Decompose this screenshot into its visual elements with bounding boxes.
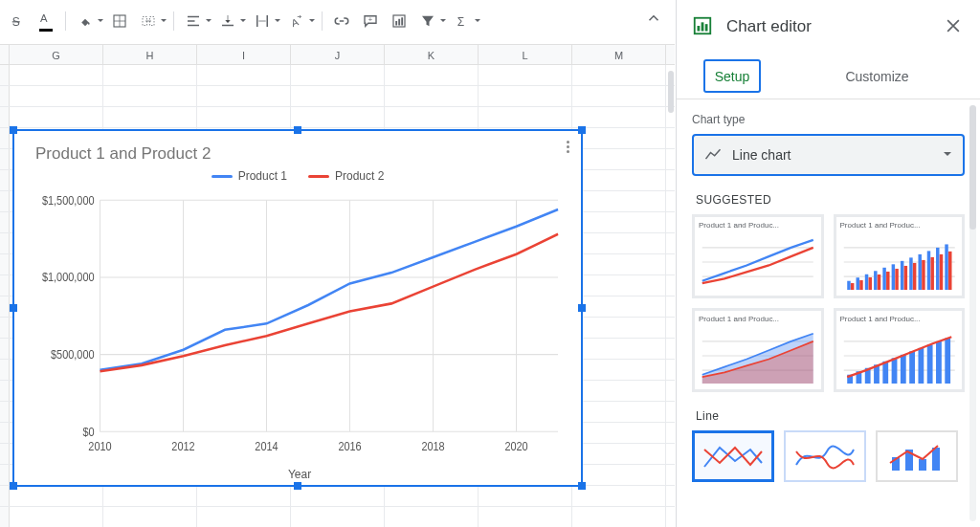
chart-title: Product 1 and Product 2 [14, 131, 581, 169]
combo-chart-option[interactable] [876, 430, 958, 482]
svg-rect-45 [850, 283, 853, 290]
resize-handle[interactable] [10, 126, 17, 134]
tab-setup[interactable]: Setup [703, 59, 761, 93]
col-header[interactable]: J [291, 45, 385, 64]
svg-text:2014: 2014 [255, 440, 278, 451]
svg-text:$500,000: $500,000 [51, 349, 95, 361]
chart-type-value: Line chart [732, 147, 932, 163]
wrap-button[interactable] [249, 9, 281, 33]
close-icon[interactable] [944, 16, 965, 37]
svg-rect-65 [939, 254, 942, 290]
svg-rect-81 [891, 358, 897, 384]
suggested-combo-chart[interactable]: Product 1 and Produc... [834, 308, 966, 392]
svg-rect-12 [401, 17, 403, 25]
legend-label: Product 1 [238, 169, 287, 183]
col-header[interactable]: M [572, 45, 666, 64]
svg-rect-67 [948, 252, 951, 290]
svg-rect-36 [702, 22, 704, 31]
strikethrough-button[interactable]: S [4, 9, 31, 33]
insert-comment-button[interactable]: + [357, 9, 384, 33]
sidebar-header: Chart editor [677, 0, 980, 54]
borders-button[interactable] [106, 9, 133, 33]
panel-scrollbar[interactable] [969, 105, 976, 521]
line-heading: Line [696, 409, 965, 423]
chart-type-label: Chart type [692, 113, 965, 126]
svg-rect-64 [936, 248, 939, 290]
svg-rect-61 [922, 260, 924, 290]
svg-text:A: A [40, 12, 48, 24]
insert-link-button[interactable] [328, 9, 355, 33]
chart-plot: $0$500,000$1,000,000$1,500,0002010201220… [33, 196, 566, 454]
chevron-down-icon [942, 148, 953, 163]
separator [173, 11, 174, 31]
svg-text:$0: $0 [82, 426, 94, 437]
svg-rect-48 [864, 274, 867, 290]
svg-text:2020: 2020 [504, 440, 527, 451]
filter-button[interactable] [414, 9, 447, 33]
svg-rect-86 [936, 341, 942, 384]
column-headers: G H I J K L M [0, 44, 675, 65]
resize-handle[interactable] [294, 482, 301, 490]
line-chart-option[interactable] [692, 430, 774, 482]
vertical-scrollbar[interactable] [668, 71, 674, 113]
svg-rect-80 [882, 362, 888, 384]
svg-rect-52 [882, 268, 885, 290]
scrollbar-thumb[interactable] [969, 105, 976, 230]
svg-rect-11 [398, 19, 400, 26]
line-chart-icon [703, 145, 723, 165]
resize-handle[interactable] [294, 126, 301, 134]
svg-rect-46 [856, 277, 858, 290]
resize-handle[interactable] [10, 482, 17, 490]
chart-editor-sidebar: Chart editor Setup Customize Chart type … [676, 0, 980, 527]
svg-rect-85 [926, 344, 932, 384]
tab-customize[interactable]: Customize [774, 54, 980, 99]
x-axis-label: Year [33, 468, 566, 481]
resize-handle[interactable] [578, 126, 586, 134]
rotate-button[interactable]: A [283, 9, 316, 33]
svg-rect-10 [395, 21, 397, 26]
embedded-chart[interactable]: Product 1 and Product 2 Product 1 Produc… [12, 129, 583, 487]
suggested-area-chart[interactable]: Product 1 and Produc... [692, 308, 824, 392]
resize-handle[interactable] [578, 304, 586, 312]
resize-handle[interactable] [10, 304, 17, 312]
col-header[interactable]: G [10, 45, 103, 64]
merge-cells-button[interactable] [135, 9, 167, 33]
halign-button[interactable] [180, 9, 212, 33]
functions-button[interactable]: Σ [449, 9, 481, 33]
text-color-button[interactable]: A [33, 9, 59, 33]
legend-item: Product 1 [212, 169, 287, 183]
smooth-line-chart-option[interactable] [784, 430, 866, 482]
insert-chart-button[interactable] [386, 9, 412, 33]
svg-text:2018: 2018 [421, 440, 444, 451]
svg-text:$1,500,000: $1,500,000 [42, 196, 95, 207]
chart-type-select[interactable]: Line chart [692, 134, 965, 176]
svg-rect-90 [919, 459, 926, 471]
svg-rect-63 [930, 257, 933, 290]
svg-rect-66 [945, 244, 947, 290]
suggested-column-chart[interactable]: Product 1 and Produc... [834, 214, 966, 298]
svg-rect-58 [909, 257, 912, 290]
collapse-toolbar-button[interactable] [640, 6, 667, 31]
svg-rect-44 [847, 281, 850, 290]
setup-panel: Chart type Line chart SUGGESTED Product … [677, 99, 980, 527]
col-header[interactable]: L [479, 45, 572, 64]
col-header[interactable]: I [197, 45, 291, 64]
svg-rect-47 [859, 280, 862, 290]
col-header[interactable]: K [385, 45, 479, 64]
svg-text:2016: 2016 [338, 440, 361, 451]
suggested-line-chart[interactable]: Product 1 and Produc... [692, 214, 824, 298]
chart-menu-icon[interactable] [560, 137, 575, 156]
col-header[interactable]: H [103, 45, 197, 64]
svg-rect-49 [868, 277, 871, 290]
separator [322, 11, 323, 31]
sidebar-title: Chart editor [726, 17, 930, 36]
svg-rect-53 [886, 272, 889, 290]
resize-handle[interactable] [578, 482, 586, 490]
fill-color-button[interactable] [72, 9, 104, 33]
svg-rect-56 [900, 261, 902, 290]
svg-rect-35 [698, 26, 701, 32]
line-chart-options [692, 430, 965, 482]
svg-rect-87 [945, 338, 950, 384]
separator [65, 11, 66, 31]
valign-button[interactable] [214, 9, 247, 33]
